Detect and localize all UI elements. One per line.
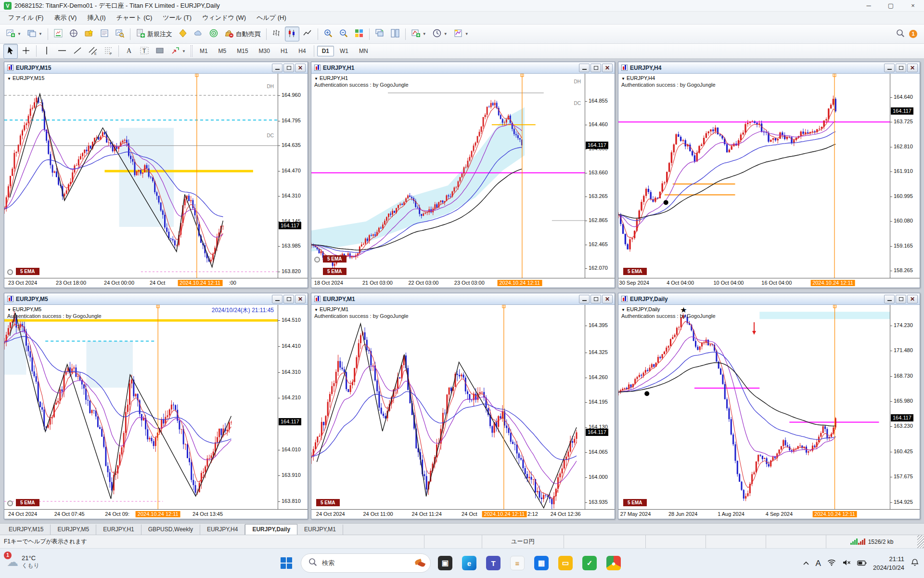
cascade-windows-button[interactable] xyxy=(372,26,387,41)
tray-expand-icon[interactable] xyxy=(803,559,809,567)
tab-eurjpy-m5[interactable]: EURJPY,M5 xyxy=(51,525,96,535)
candlestick-button[interactable] xyxy=(285,26,299,41)
menu-item-window[interactable]: ウィンドウ (W) xyxy=(197,12,251,24)
chart-plot-eurjpy-h1[interactable]: DHDC▼EURJPY,H1Authentication success : b… xyxy=(311,74,585,278)
indicator-clock-icon[interactable] xyxy=(314,257,320,263)
chart-plot-eurjpy-m1[interactable]: ▼EURJPY,M1Authentication success : by Go… xyxy=(311,305,585,509)
chart-restore-button[interactable] xyxy=(283,295,294,303)
notes-icon[interactable]: ≡ xyxy=(508,553,527,573)
menu-item-help[interactable]: ヘルプ (H) xyxy=(251,12,292,24)
chart-close-button[interactable]: ✕ xyxy=(907,295,918,303)
chevron-down-icon[interactable]: ▼ xyxy=(314,308,318,312)
wifi-icon[interactable] xyxy=(827,559,836,568)
chart-window-title-bar[interactable]: EURJPY,M5✕ xyxy=(4,293,308,305)
timeframe-m15-button[interactable]: M15 xyxy=(232,46,253,56)
chart-close-button[interactable]: ✕ xyxy=(295,64,306,72)
taskbar-search[interactable]: 検索 xyxy=(301,553,431,573)
chart-plot-eurjpy-h4[interactable]: ▼EURJPY,H4Authentication success : by Go… xyxy=(618,74,890,278)
strategy-tester-button[interactable] xyxy=(113,26,127,41)
zoom-in-button[interactable] xyxy=(321,26,335,41)
zoom-out-button[interactable] xyxy=(336,26,351,41)
chart-minimize-button[interactable] xyxy=(272,64,282,72)
time-axis[interactable]: 23 Oct 202423 Oct 18:0024 Oct 00:0024 Oc… xyxy=(4,278,308,288)
line-chart-button[interactable] xyxy=(300,26,315,41)
periods-button[interactable]: ▼ xyxy=(430,26,450,41)
data-window-button[interactable] xyxy=(66,26,81,41)
chart-minimize-button[interactable] xyxy=(884,64,895,72)
notification-badge[interactable]: 1 xyxy=(909,30,917,38)
chevron-down-icon[interactable]: ▼ xyxy=(621,308,625,312)
chart-plot-eurjpy-m5[interactable]: ▼EURJPY,M5Authentication success : by Go… xyxy=(4,305,278,509)
text-label-button[interactable]: T xyxy=(137,44,152,59)
time-axis[interactable]: 30 Sep 20244 Oct 04:0010 Oct 04:0016 Oct… xyxy=(618,278,920,288)
chrome-icon[interactable]: ● xyxy=(604,553,623,573)
templates-button[interactable]: ▼ xyxy=(451,26,471,41)
tab-gbpusd-weekly[interactable]: GBPUSD,Weekly xyxy=(141,525,200,535)
edge-icon[interactable]: e xyxy=(460,553,479,573)
chart-plot-eurjpy-daily[interactable]: ★▼EURJPY,DailyAuthentication success : b… xyxy=(618,305,890,509)
menu-item-view[interactable]: 表示 (V) xyxy=(49,12,82,24)
chart-plot-eurjpy-m15[interactable]: DHDC▼EURJPY,M155 EMA xyxy=(4,74,278,278)
price-axis[interactable]: 174.230171.480168.730165.980163.230160.4… xyxy=(890,305,920,509)
chart-restore-button[interactable] xyxy=(896,64,906,72)
horizontal-line-button[interactable] xyxy=(55,44,69,59)
chevron-down-icon[interactable]: ▼ xyxy=(314,77,318,81)
chart-close-button[interactable]: ✕ xyxy=(295,295,306,303)
price-axis[interactable]: 164.510164.410164.310164.210164.010163.9… xyxy=(278,305,308,509)
timeframe-w1-button[interactable]: W1 xyxy=(335,46,353,56)
indicator-clock-icon[interactable] xyxy=(7,500,13,506)
chevron-down-icon[interactable]: ▼ xyxy=(7,77,11,81)
auto-trading-button[interactable]: 自動売買 xyxy=(222,26,263,41)
time-axis[interactable]: 24 Oct 202424 Oct 11:0024 Oct 11:2424 Oc… xyxy=(311,509,615,519)
weather-widget[interactable]: 1☁21°Cくもり xyxy=(3,552,43,572)
dropdown-arrow-icon[interactable]: ▼ xyxy=(423,32,426,36)
chart-window-title-bar[interactable]: EURJPY,M15✕ xyxy=(4,62,308,74)
time-axis[interactable]: 27 May 202428 Jun 20241 Aug 20244 Sep 20… xyxy=(618,509,920,519)
equidistant-channel-button[interactable]: E xyxy=(86,44,100,59)
vertical-line-button[interactable] xyxy=(39,44,54,59)
ime-mode-indicator[interactable]: A xyxy=(816,559,821,568)
terminal-button[interactable] xyxy=(97,26,112,41)
indicator-clock-icon[interactable] xyxy=(7,269,13,275)
signals-button[interactable] xyxy=(206,26,221,41)
resize-grip[interactable] xyxy=(917,535,924,548)
timeframe-m5-button[interactable]: M5 xyxy=(214,46,231,56)
chart-minimize-button[interactable] xyxy=(884,295,895,303)
window-close-button[interactable]: × xyxy=(902,0,924,11)
timeframe-mn-button[interactable]: MN xyxy=(354,46,373,56)
menu-item-file[interactable]: ファイル (F) xyxy=(3,12,49,24)
taskbar-clock[interactable]: 21:112024/10/24 xyxy=(873,555,904,572)
crosshair-button[interactable] xyxy=(19,44,33,59)
dropdown-arrow-icon[interactable]: ▼ xyxy=(17,32,21,36)
photos-icon[interactable]: ▣ xyxy=(436,553,455,573)
timeframe-h1-button[interactable]: H1 xyxy=(276,46,293,56)
new-chart-button[interactable]: ▼ xyxy=(3,26,24,41)
chart-close-button[interactable]: ✕ xyxy=(907,64,918,72)
chart-window-title-bar[interactable]: EURJPY,H4✕ xyxy=(618,62,920,74)
dropdown-arrow-icon[interactable]: ▼ xyxy=(182,49,186,53)
price-axis[interactable]: 164.640163.725162.810161.910160.995160.0… xyxy=(890,74,920,278)
timeframe-h4-button[interactable]: H4 xyxy=(294,46,310,56)
tab-eurjpy-m15[interactable]: EURJPY,M15 xyxy=(2,525,51,535)
tab-eurjpy-daily[interactable]: EURJPY,Daily xyxy=(245,524,297,535)
chevron-down-icon[interactable]: ▼ xyxy=(621,77,625,81)
cloud-button[interactable] xyxy=(191,26,205,41)
chart-window-title-bar[interactable]: EURJPY,H1✕ xyxy=(311,62,615,74)
navigator-button[interactable] xyxy=(82,26,96,41)
chart-restore-button[interactable] xyxy=(283,64,294,72)
price-axis[interactable]: 164.960164.795164.635164.470164.310164.1… xyxy=(278,74,308,278)
chart-minimize-button[interactable] xyxy=(272,295,282,303)
dropdown-arrow-icon[interactable]: ▼ xyxy=(465,32,469,36)
chart-window-title-bar[interactable]: EURJPY,Daily✕ xyxy=(618,293,920,305)
tile-windows-button[interactable] xyxy=(352,26,366,41)
time-axis[interactable]: 24 Oct 202424 Oct 07:4524 Oct 09:2024.10… xyxy=(4,509,308,519)
menu-item-tools[interactable]: ツール (T) xyxy=(157,12,197,24)
trendline-button[interactable] xyxy=(70,44,85,59)
chart-restore-button[interactable] xyxy=(896,295,906,303)
dropdown-arrow-icon[interactable]: ▼ xyxy=(38,32,42,36)
antivirus-icon[interactable]: ✓ xyxy=(580,553,599,573)
dropdown-arrow-icon[interactable]: ▼ xyxy=(444,32,448,36)
fibonacci-button[interactable]: F xyxy=(101,44,116,59)
chart-window-title-bar[interactable]: EURJPY,M1✕ xyxy=(311,293,615,305)
market-watch-button[interactable] xyxy=(51,26,65,41)
